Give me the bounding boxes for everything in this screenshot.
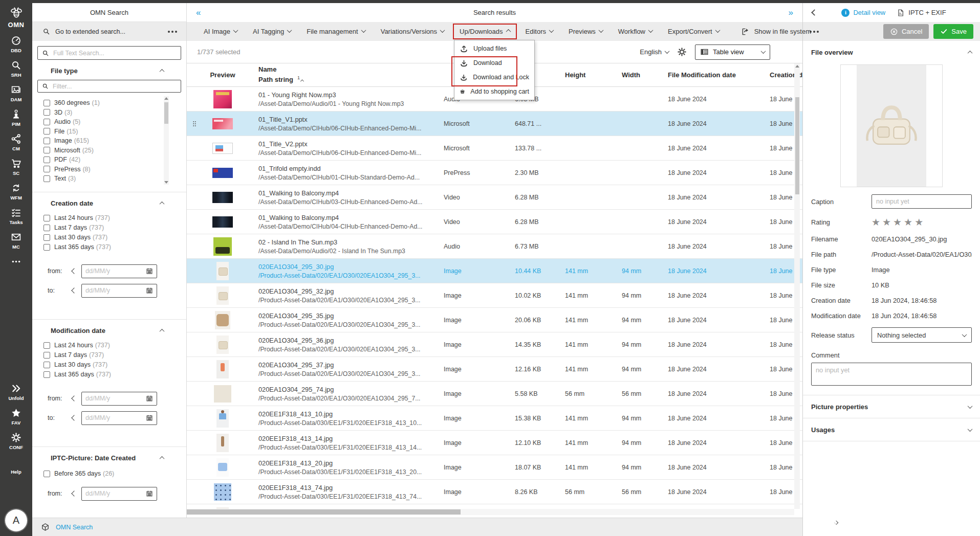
rail-module-item[interactable]: Tasks: [9, 207, 23, 225]
preview-thumbnail[interactable]: [212, 168, 233, 178]
checkbox[interactable]: [43, 109, 50, 116]
prev-date-icon[interactable]: [71, 490, 77, 496]
preview-thumbnail[interactable]: [214, 483, 231, 501]
preview-thumbnail[interactable]: [214, 385, 231, 403]
fulltext-search-input[interactable]: [53, 50, 177, 57]
collapse-icon[interactable]: [160, 69, 165, 74]
preview-thumbnail[interactable]: [216, 409, 229, 428]
table-row[interactable]: 020EE1F318_413_10.jpg /Product-Asset-Dat…: [187, 406, 802, 431]
menu-editors[interactable]: Editors: [518, 22, 561, 41]
menu-workflow[interactable]: Workflow: [611, 22, 660, 41]
creation-date-option[interactable]: Last 24 hours (737): [43, 213, 186, 223]
modification-from-date-input[interactable]: [85, 395, 133, 402]
user-avatar[interactable]: A: [5, 509, 27, 531]
table-row[interactable]: 020EE1F318_413_74.jpg /Product-Asset-Dat…: [187, 480, 802, 504]
cube-icon[interactable]: [41, 523, 50, 531]
rail-lower-item[interactable]: CONF: [9, 432, 23, 450]
preview-thumbnail[interactable]: [216, 262, 229, 280]
table-row[interactable]: 020EA1O304_295_37.jpg /Product-Asset-Dat…: [187, 357, 802, 382]
checkbox[interactable]: [43, 352, 50, 359]
table-row[interactable]: 01_Walking to Balcony.mp4 /Asset-Data/De…: [187, 210, 802, 234]
menu-ai-tagging[interactable]: AI Tagging: [245, 22, 299, 41]
table-row[interactable]: 01_Walking to Balcony.mp4 /Asset-Data/De…: [187, 185, 802, 210]
preview-thumbnail[interactable]: [216, 336, 229, 354]
table-row[interactable]: 020EA1O304_295_32.jpg /Product-Asset-Dat…: [187, 283, 802, 308]
rail-lower-item[interactable]: Help: [11, 457, 21, 475]
comment-textarea[interactable]: [811, 363, 972, 386]
rail-module-item[interactable]: DAM: [11, 84, 22, 102]
section-header-modification-date[interactable]: Modification date: [32, 327, 186, 334]
menu-variations-versions[interactable]: Variations/Versions: [373, 22, 452, 41]
filetype-filter-input[interactable]: [53, 83, 177, 90]
creation-date-option[interactable]: Last 7 days (737): [43, 223, 186, 233]
picture-properties-section-header[interactable]: Picture properties: [811, 395, 972, 418]
collapse-icon[interactable]: [968, 50, 973, 55]
section-header-iptc-date[interactable]: IPTC-Picture: Date Created: [32, 454, 186, 462]
table-row[interactable]: 020EA1O304_295_30.jpg /Product-Asset-Dat…: [187, 259, 802, 283]
prev-date-icon[interactable]: [71, 287, 77, 293]
usages-section-header[interactable]: Usages: [811, 418, 972, 441]
table-row[interactable]: 01_Title_V2.pptx /Asset-Data/Demo/CIHub/…: [187, 136, 802, 161]
rail-lower-item[interactable]: Unfold: [8, 383, 24, 401]
collapse-icon[interactable]: [160, 456, 165, 461]
expand-icon[interactable]: [968, 427, 973, 432]
more-options-icon[interactable]: [168, 31, 177, 33]
breadcrumb-root-link[interactable]: OMN Search: [56, 524, 93, 531]
rail-lower-item[interactable]: FAV: [11, 408, 21, 426]
column-header-mod-date[interactable]: File Modification date: [668, 71, 770, 79]
table-row[interactable]: 01_Trifold empty.indd /Asset-Data/Demo/C…: [187, 161, 802, 185]
rail-module-item[interactable]: CM: [11, 133, 21, 151]
column-header-name-path[interactable]: Name Path string1: [258, 65, 444, 84]
creation-date-option[interactable]: Last 30 days (737): [43, 233, 186, 242]
checkbox[interactable]: [43, 471, 50, 477]
file-overview-section-header[interactable]: File overview: [811, 41, 972, 63]
rail-logo[interactable]: OMN: [8, 6, 25, 29]
rail-module-item[interactable]: [11, 256, 21, 269]
creation-from-date-input[interactable]: [85, 267, 133, 275]
preview-thumbnail[interactable]: [213, 90, 232, 108]
iptc-date-option[interactable]: Before 365 days (26): [43, 469, 186, 479]
rail-module-item[interactable]: MC: [11, 232, 21, 250]
gear-icon[interactable]: [677, 47, 687, 57]
prev-date-icon[interactable]: [71, 415, 77, 420]
save-button[interactable]: Save: [933, 24, 973, 39]
iptc-from-date-input[interactable]: [85, 490, 133, 497]
table-row[interactable]: 01_Title_V1.pptx /Asset-Data/Demo/CIHub/…: [187, 111, 802, 136]
collapse-panel-icon[interactable]: «: [196, 8, 201, 17]
modification-date-option[interactable]: Last 24 hours (737): [43, 341, 186, 350]
asset-preview[interactable]: [840, 64, 943, 187]
table-horizontal-scrollbar[interactable]: [187, 509, 794, 515]
preview-thumbnail[interactable]: [216, 360, 229, 378]
table-row[interactable]: 020EA1O304_295_36.jpg /Product-Asset-Dat…: [187, 332, 802, 357]
preview-thumbnail[interactable]: [212, 192, 233, 203]
table-row[interactable]: 020EA1O304_295_74.jpg /Product-Asset-Dat…: [187, 382, 802, 406]
table-row[interactable]: [187, 504, 802, 509]
preview-thumbnail[interactable]: [212, 118, 233, 129]
checkbox[interactable]: [43, 175, 50, 182]
prev-date-icon[interactable]: [71, 268, 77, 274]
rail-module-item[interactable]: WFM: [10, 183, 22, 200]
menu-export-convert[interactable]: Export/Convert: [660, 22, 727, 41]
table-row[interactable]: 020EE1F318_413_20.jpg /Product-Asset-Dat…: [187, 455, 802, 480]
menu-file-management[interactable]: File management: [299, 22, 373, 41]
calendar-icon[interactable]: [146, 414, 153, 421]
checkbox[interactable]: [43, 362, 50, 368]
checkbox[interactable]: [43, 119, 50, 125]
dropdown-menu-item[interactable]: Download: [454, 56, 534, 70]
checkbox[interactable]: [43, 244, 50, 251]
calendar-icon[interactable]: [146, 267, 153, 275]
section-header-file-type[interactable]: File type: [32, 67, 186, 75]
language-select[interactable]: English: [640, 48, 669, 56]
rail-module-item[interactable]: SRH: [11, 60, 21, 78]
modification-date-option[interactable]: Last 30 days (737): [43, 360, 186, 370]
modification-to-date-input[interactable]: [85, 414, 133, 421]
calendar-icon[interactable]: [146, 395, 153, 402]
checkbox[interactable]: [43, 166, 50, 172]
checkbox[interactable]: [43, 215, 50, 221]
expand-panel-icon[interactable]: »: [789, 8, 793, 17]
table-row[interactable]: 020EA1O304_295_35.jpg /Product-Asset-Dat…: [187, 308, 802, 332]
rating-stars[interactable]: ★★★★★: [872, 216, 972, 228]
filetype-list-scrollbar[interactable]: [164, 96, 169, 185]
cancel-button[interactable]: Cancel: [883, 24, 929, 39]
rail-module-item[interactable]: SC: [11, 158, 21, 176]
